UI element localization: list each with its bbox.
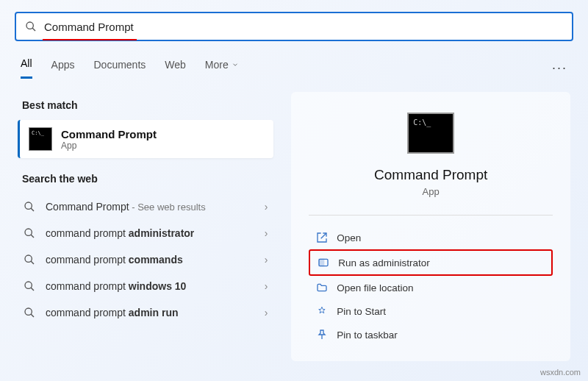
search-icon <box>24 201 35 213</box>
web-result[interactable]: command prompt administrator › <box>18 220 273 246</box>
watermark: wsxdn.com <box>540 368 581 377</box>
action-pin-to-taskbar[interactable]: Pin to taskbar <box>309 323 553 346</box>
action-open[interactable]: Open <box>309 226 553 249</box>
tab-apps[interactable]: Apps <box>51 59 75 78</box>
annotation-underline <box>43 39 137 40</box>
svg-line-7 <box>31 261 34 264</box>
command-prompt-icon: C:\_ <box>407 113 454 154</box>
divider <box>309 215 553 216</box>
svg-line-11 <box>31 314 34 317</box>
web-result[interactable]: command prompt commands › <box>18 246 273 273</box>
more-options-button[interactable]: ··· <box>552 60 567 76</box>
web-result[interactable]: command prompt windows 10 › <box>18 273 273 299</box>
pin-icon <box>316 329 328 341</box>
pin-icon <box>316 305 328 317</box>
search-icon <box>24 227 35 239</box>
chevron-right-icon: › <box>265 307 268 318</box>
web-result[interactable]: command prompt admin run › <box>18 299 273 326</box>
svg-point-10 <box>25 308 32 315</box>
search-icon <box>24 307 35 318</box>
chevron-right-icon: › <box>265 227 268 239</box>
command-prompt-icon: C:\_ <box>29 127 52 151</box>
filter-tabs: All Apps Documents Web More ··· <box>0 41 588 79</box>
best-match-item[interactable]: C:\_ Command Prompt App <box>18 120 273 158</box>
web-results-list: Command Prompt - See web results › comma… <box>18 193 273 326</box>
search-input[interactable] <box>44 21 563 33</box>
svg-line-3 <box>31 208 34 211</box>
tab-more[interactable]: More <box>205 59 239 78</box>
search-bar[interactable] <box>15 12 573 41</box>
open-icon <box>316 232 328 243</box>
svg-point-6 <box>25 255 32 262</box>
chevron-right-icon: › <box>265 254 268 266</box>
details-subtitle: App <box>309 186 553 197</box>
details-title: Command Prompt <box>309 167 553 183</box>
search-icon <box>25 21 37 32</box>
svg-point-4 <box>25 229 32 235</box>
best-match-title: Command Prompt <box>61 128 157 140</box>
search-icon <box>24 254 35 266</box>
svg-rect-13 <box>319 259 324 266</box>
action-run-as-administrator[interactable]: Run as administrator <box>309 249 553 276</box>
search-icon <box>24 280 35 292</box>
web-result[interactable]: Command Prompt - See web results › <box>18 193 273 220</box>
details-pane: C:\_ Command Prompt App Open Run as admi… <box>291 92 570 361</box>
svg-point-0 <box>26 22 33 29</box>
search-web-header: Search the web <box>22 173 269 185</box>
results-left-column: Best match C:\_ Command Prompt App Searc… <box>18 92 273 361</box>
action-pin-to-start[interactable]: Pin to Start <box>309 299 553 323</box>
shield-icon <box>318 257 329 268</box>
folder-icon <box>316 282 328 293</box>
results-area: Best match C:\_ Command Prompt App Searc… <box>0 79 588 361</box>
action-list: Open Run as administrator Open file loca… <box>309 226 553 346</box>
svg-line-1 <box>32 28 35 31</box>
chevron-right-icon: › <box>265 280 268 292</box>
tab-all[interactable]: All <box>21 57 32 79</box>
best-match-header: Best match <box>22 99 269 111</box>
tab-documents[interactable]: Documents <box>93 59 146 78</box>
svg-point-2 <box>25 202 32 209</box>
svg-point-8 <box>25 282 32 288</box>
chevron-down-icon <box>232 61 239 68</box>
tab-web[interactable]: Web <box>165 59 186 78</box>
svg-line-5 <box>31 235 34 238</box>
chevron-right-icon: › <box>265 201 268 213</box>
best-match-subtitle: App <box>61 140 157 151</box>
action-open-file-location[interactable]: Open file location <box>309 276 553 299</box>
svg-line-9 <box>31 288 34 291</box>
